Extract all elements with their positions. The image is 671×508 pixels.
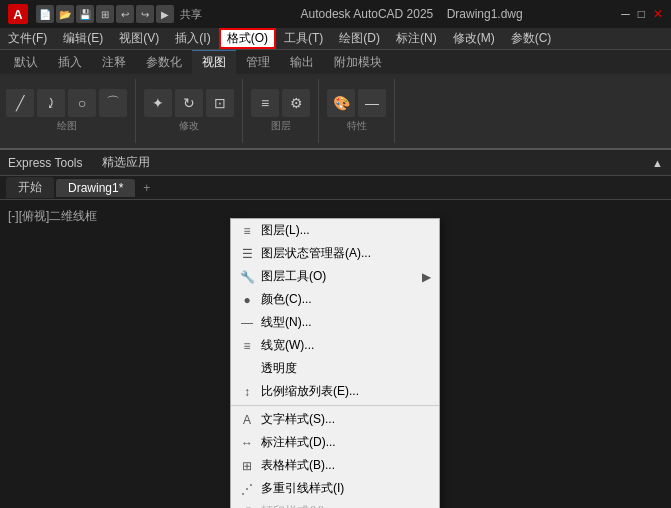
ribbon-tab-default[interactable]: 默认 [4,50,48,74]
jingying-label: 精选应用 [102,154,150,171]
rotate-btn[interactable]: ↻ [175,89,203,117]
table-style-label: 表格样式(B)... [261,457,431,474]
ribbon-group-props: 🎨 — 特性 [327,79,395,143]
ribbon-tab-manage[interactable]: 管理 [236,50,280,74]
ribbon-content: ╱ ⤸ ○ ⌒ 绘图 ✦ ↻ ⊡ 修改 ≡ ⚙ 图层 [0,74,671,148]
ribbon-tab-insert[interactable]: 插入 [48,50,92,74]
linetype-icon: — [239,316,255,330]
ribbon-tab-addons[interactable]: 附加模块 [324,50,392,74]
doc-tab-drawing1[interactable]: Drawing1* [56,179,135,197]
doc-tab-start[interactable]: 开始 [6,177,54,198]
menu-item-mleader-style[interactable]: ⋰多重引线样式(I) [231,477,439,500]
linetype-label: 线型(N)... [261,314,431,331]
color-btn[interactable]: 🎨 [327,89,355,117]
save-icon[interactable]: 💾 [76,5,94,23]
menu-item-table-style[interactable]: ⊞表格样式(B)... [231,454,439,477]
layer-tools-arrow: ▶ [422,270,431,284]
layers-label: 图层 [271,119,291,133]
new-icon[interactable]: 📄 [36,5,54,23]
props-label: 特性 [347,119,367,133]
modify-label: 修改 [179,119,199,133]
color-label: 颜色(C)... [261,291,431,308]
ribbon-tab-view[interactable]: 视图 [192,50,236,74]
title-bar: A 📄 📂 💾 ⊞ ↩ ↪ ▶ 共享 Autodesk AutoCAD 2025… [0,0,671,28]
close-btn[interactable]: ✕ [653,7,663,21]
line-btn[interactable]: ╱ [6,89,34,117]
ribbon-tab-parametric[interactable]: 参数化 [136,50,192,74]
menu-edit[interactable]: 编辑(E) [55,28,111,49]
menu-item-text-style[interactable]: A文字样式(S)... [231,408,439,431]
circle-btn[interactable]: ○ [68,89,96,117]
layer-tools-label: 图层工具(O) [261,268,416,285]
title-left: A 📄 📂 💾 ⊞ ↩ ↪ ▶ 共享 [8,4,202,24]
grid-icon[interactable]: ⊞ [96,5,114,23]
menu-item-linewidth[interactable]: ≡线宽(W)... [231,334,439,357]
share-label: 共享 [180,7,202,22]
dim-style-icon: ↔ [239,436,255,450]
scale-list-icon: ↕ [239,385,255,399]
menu-file[interactable]: 文件(F) [0,28,55,49]
mleader-style-label: 多重引线样式(I) [261,480,431,497]
layer-btn[interactable]: ≡ [251,89,279,117]
menu-item-transparency[interactable]: 透明度 [231,357,439,380]
arc-btn[interactable]: ⌒ [99,89,127,117]
app-logo: A [8,4,28,24]
menu-format[interactable]: 格式(O) [219,28,276,49]
transparency-label: 透明度 [261,360,431,377]
title-center: Autodesk AutoCAD 2025 Drawing1.dwg [202,7,621,21]
linewidth-label: 线宽(W)... [261,337,431,354]
menu-view[interactable]: 视图(V) [111,28,167,49]
menu-item-layer-state[interactable]: ☰图层状态管理器(A)... [231,242,439,265]
ribbon-tab-output[interactable]: 输出 [280,50,324,74]
menu-param[interactable]: 参数(C) [503,28,560,49]
draw-icons: ╱ ⤸ ○ ⌒ [6,89,127,117]
menu-item-color[interactable]: ●颜色(C)... [231,288,439,311]
ribbon-group-modify: ✦ ↻ ⊡ 修改 [144,79,243,143]
mleader-style-icon: ⋰ [239,482,255,496]
color-icon: ● [239,293,255,307]
restore-btn[interactable]: □ [638,7,645,21]
nav-icon[interactable]: ▶ [156,5,174,23]
menu-item-scale-list[interactable]: ↕比例缩放列表(E)... [231,380,439,403]
open-icon[interactable]: 📂 [56,5,74,23]
layer-label: 图层(L)... [261,222,431,239]
doc-tab-add[interactable]: + [137,179,156,197]
print-style-label: 打印样式(Y)... [261,503,431,508]
menu-item-dim-style[interactable]: ↔标注样式(D)... [231,431,439,454]
props-icons: 🎨 — [327,89,386,117]
layer-prop-btn[interactable]: ⚙ [282,89,310,117]
software-name: Autodesk AutoCAD 2025 [301,7,434,21]
format-dropdown-menu[interactable]: ≡图层(L)...☰图层状态管理器(A)...🔧图层工具(O)▶●颜色(C)..… [230,218,440,508]
doc-tabs: 开始 Drawing1* + [0,176,671,200]
draw-label: 绘图 [57,119,77,133]
print-style-icon: 🖨 [239,505,255,509]
redo-icon[interactable]: ↪ [136,5,154,23]
ribbon-tabs: 默认 插入 注释 参数化 视图 管理 输出 附加模块 [0,50,671,74]
scale-btn[interactable]: ⊡ [206,89,234,117]
collapse-btn[interactable]: ▲ [652,157,663,169]
menu-divider-8 [231,405,439,406]
layer-icons: ≡ ⚙ [251,89,310,117]
text-style-label: 文字样式(S)... [261,411,431,428]
menu-bar: 文件(F) 编辑(E) 视图(V) 插入(I) 格式(O) 工具(T) 绘图(D… [0,28,671,50]
ribbon-group-layers: ≡ ⚙ 图层 [251,79,319,143]
dropdown-overlay: ≡图层(L)...☰图层状态管理器(A)...🔧图层工具(O)▶●颜色(C)..… [0,200,671,508]
linetype-btn2[interactable]: — [358,89,386,117]
express-tools-label: Express Tools [8,156,82,170]
move-btn[interactable]: ✦ [144,89,172,117]
menu-modify[interactable]: 修改(M) [445,28,503,49]
ribbon-tab-annotate[interactable]: 注释 [92,50,136,74]
minimize-btn[interactable]: ─ [621,7,630,21]
menu-dimension[interactable]: 标注(N) [388,28,445,49]
modify-icons: ✦ ↻ ⊡ [144,89,234,117]
menu-item-layer-tools[interactable]: 🔧图层工具(O)▶ [231,265,439,288]
dim-style-label: 标注样式(D)... [261,434,431,451]
menu-draw[interactable]: 绘图(D) [331,28,388,49]
menu-insert[interactable]: 插入(I) [167,28,218,49]
menu-tools[interactable]: 工具(T) [276,28,331,49]
undo-icon[interactable]: ↩ [116,5,134,23]
menu-item-linetype[interactable]: —线型(N)... [231,311,439,334]
menu-item-layer[interactable]: ≡图层(L)... [231,219,439,242]
polyline-btn[interactable]: ⤸ [37,89,65,117]
ribbon-group-draw: ╱ ⤸ ○ ⌒ 绘图 [6,79,136,143]
